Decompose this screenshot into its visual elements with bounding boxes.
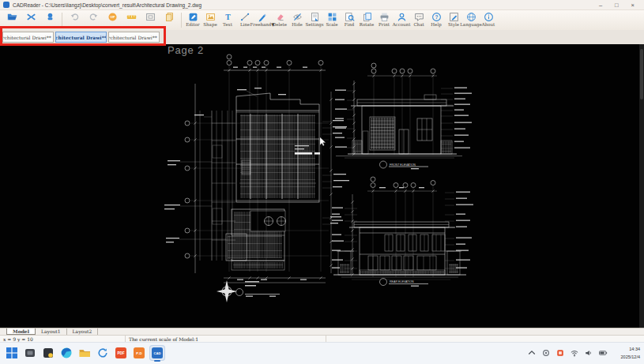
volume-icon <box>584 348 593 358</box>
system-tray <box>526 347 608 358</box>
toolbar-button-close-file[interactable] <box>21 12 40 28</box>
tray-wifi-icon[interactable] <box>569 347 579 358</box>
toolbar-button-delete[interactable]: Delete <box>271 12 288 28</box>
rear-elevation-title: REAR ELEVATION <box>390 280 414 283</box>
tray-volume-icon[interactable] <box>583 347 593 358</box>
drawing-canvas[interactable]: Page 2 FRONT ELEVATION REAR ELEVATION <box>0 44 644 328</box>
settings-icon <box>310 12 320 22</box>
toolbar-label: Text <box>223 22 232 28</box>
toolbar-button-measure[interactable] <box>122 12 141 28</box>
toolbar-button-undo[interactable] <box>65 12 84 28</box>
account-icon <box>397 12 407 22</box>
minimize-button[interactable]: – <box>599 0 602 10</box>
toolbar-button-shape[interactable]: Shape <box>201 12 219 28</box>
svg-text:?: ? <box>435 14 438 20</box>
main-toolbar: VIP EditorShapeTTextLineFreehand▼DeleteH… <box>0 10 644 30</box>
toolbar-button-extents[interactable] <box>141 12 160 28</box>
taskbar-app-edge[interactable] <box>58 345 74 361</box>
taskbar-app-cad-app[interactable]: CAD <box>149 345 165 361</box>
document-tab-2-active[interactable]: Architectural Drawi** × <box>55 32 107 43</box>
toolbar-label: Editor <box>186 22 199 28</box>
app-logo-icon <box>3 2 9 8</box>
window-controls: – □ × <box>599 0 641 10</box>
open-folder-icon <box>7 12 17 22</box>
taskbar-app-task-view[interactable] <box>22 345 38 361</box>
toolbar-button-stamp[interactable] <box>40 12 59 28</box>
sheet-tab-layout2[interactable]: Layout2 <box>67 328 99 335</box>
stamp-icon <box>45 12 55 22</box>
toolbar-label: Shape <box>203 22 217 28</box>
toolbar-button-vip[interactable]: VIP <box>103 12 122 28</box>
svg-text:VIP: VIP <box>110 16 115 19</box>
toolbar-button-rotate[interactable]: Rotate <box>358 12 375 28</box>
tray-battery-icon[interactable] <box>597 347 608 358</box>
vertical-scrollbar[interactable] <box>639 44 644 328</box>
toolbar-button-scale[interactable]: Scale <box>323 12 341 28</box>
toolbar-button-hide[interactable]: Hide <box>288 12 306 28</box>
taskbar-clock[interactable]: 14:34 2025/12/4 <box>621 345 640 361</box>
status-message: The current scale of Model:1 <box>129 336 198 342</box>
measure-icon <box>126 12 137 22</box>
document-tab-3[interactable]: Architectural Drawi** × <box>108 32 160 43</box>
taskbar-app-file-explorer[interactable] <box>77 345 92 361</box>
toolbar-button-chat[interactable]: Chat <box>410 12 427 28</box>
toolbar-button-freehand[interactable]: Freehand▼ <box>254 12 271 28</box>
taskbar-app-start[interactable] <box>4 345 20 361</box>
task-view-icon <box>24 347 36 359</box>
toolbar-button-print[interactable]: Print <box>375 12 393 28</box>
maximize-button[interactable]: □ <box>615 0 619 10</box>
scrollbar-thumb[interactable] <box>640 49 643 99</box>
taskbar-app-pdf-converter[interactable]: P-D <box>131 345 147 361</box>
svg-text:CAD: CAD <box>153 351 160 355</box>
shape-icon <box>205 12 216 22</box>
tab-label: Architectural Drawi** <box>108 35 157 40</box>
rotate-icon <box>362 12 372 22</box>
copy-icon <box>164 12 175 22</box>
sheet-tab-model[interactable]: Model <box>6 328 36 335</box>
sheet-tab-label: Model <box>13 328 29 334</box>
tray-settings-icon <box>541 348 551 358</box>
toolbar-button-open-folder[interactable] <box>2 12 21 28</box>
toolbar-button-settings[interactable]: Settings <box>306 12 323 28</box>
toolbar-button-account[interactable]: Account <box>393 12 410 28</box>
title-bar: CADReader - C:\Users\liangzj\Desktop\con… <box>0 0 644 10</box>
taskbar-app-sync[interactable] <box>95 345 111 361</box>
hide-icon <box>292 12 303 22</box>
close-button[interactable]: × <box>631 0 635 10</box>
document-tab-1[interactable]: Architectural Drawi** × <box>2 32 54 43</box>
toolbar-button-help[interactable]: ?Help <box>427 12 445 28</box>
toolbar-label: Style <box>448 22 459 28</box>
toolbar-button-text[interactable]: TText <box>219 12 236 28</box>
toolbar-button-redo[interactable] <box>84 12 103 28</box>
scale-icon <box>327 12 337 22</box>
toolbar-button-copy[interactable] <box>160 12 179 28</box>
toolbar-button-editor[interactable]: Editor <box>184 12 201 28</box>
widgets-icon <box>42 347 55 359</box>
language-icon <box>466 12 476 22</box>
cad-app-icon: CAD <box>151 347 164 359</box>
status-bar: x = 9 y = 10 The current scale of Model:… <box>0 335 644 342</box>
close-file-icon <box>26 12 36 22</box>
redo-icon <box>89 12 99 22</box>
svg-text:PDF: PDF <box>117 351 124 355</box>
toolbar-button-find[interactable]: Find <box>341 12 358 28</box>
taskbar-app-pdf-app[interactable]: PDF <box>113 345 129 361</box>
front-elevation-title: FRONT ELEVATION <box>390 163 416 167</box>
toolbar-label: Print <box>378 22 390 28</box>
sheet-tab-layout1[interactable]: Layout1 <box>36 328 67 335</box>
sheet-tab-bar: Model Layout1 Layout2 <box>0 328 644 335</box>
pdf-app-icon: PDF <box>115 347 127 359</box>
toolbar-file-group: VIP <box>2 12 179 28</box>
cursor-coordinates: x = 9 y = 10 <box>3 336 33 342</box>
taskbar-app-widgets[interactable] <box>40 345 56 361</box>
toolbar-button-language[interactable]: Language <box>462 12 480 28</box>
toolbar-button-about[interactable]: About <box>480 12 497 28</box>
tray-app-icon[interactable] <box>555 347 565 358</box>
tray-expand-icon[interactable] <box>526 347 537 358</box>
tray-app-icon <box>555 348 565 358</box>
window-title: CADReader - C:\Users\liangzj\Desktop\con… <box>13 2 201 8</box>
taskbar-app-icons: PDFP-DCAD <box>4 345 165 361</box>
toolbar-label: Settings <box>305 22 323 28</box>
tray-settings-icon[interactable] <box>540 347 551 358</box>
toolbar-separator <box>62 13 62 28</box>
